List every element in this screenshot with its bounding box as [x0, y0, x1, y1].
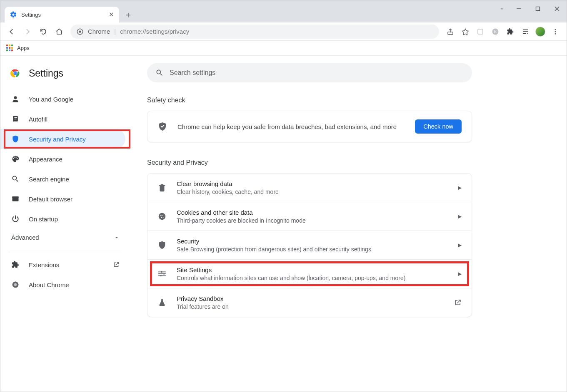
sidebar-item-label: Search engine	[29, 176, 69, 183]
row-site-settings[interactable]: Site Settings Controls what information …	[147, 259, 472, 288]
security-privacy-heading: Security and Privacy	[147, 159, 472, 166]
sidebar-item-on-startup[interactable]: On startup	[0, 209, 125, 229]
sidebar-item-label: Autofill	[29, 116, 47, 123]
profile-avatar[interactable]	[533, 25, 547, 39]
svg-rect-8	[478, 29, 483, 34]
svg-point-34	[161, 271, 162, 273]
sliders-icon	[157, 269, 167, 278]
row-title: Security	[177, 238, 448, 245]
sidebar-link-extensions[interactable]: Extensions	[0, 255, 130, 275]
sidebar-advanced-toggle[interactable]: Advanced	[0, 229, 130, 246]
browser-tab-strip: Settings ✕ ＋	[0, 0, 567, 22]
sidebar-item-search-engine[interactable]: Search engine	[0, 169, 125, 189]
search-icon	[155, 69, 164, 77]
reading-list-icon[interactable]	[518, 25, 532, 39]
sidebar-item-label: You and Google	[29, 96, 73, 103]
search-settings-input[interactable]: Search settings	[147, 63, 472, 82]
row-subtitle: Trial features are on	[177, 303, 444, 310]
home-button[interactable]	[52, 25, 66, 39]
sidebar-item-appearance[interactable]: Appearance	[0, 149, 125, 169]
sidebar-advanced-label: Advanced	[11, 234, 39, 241]
row-clear-browsing-data[interactable]: Clear browsing data Clear history, cooki…	[147, 174, 472, 202]
svg-point-30	[160, 215, 162, 216]
bookmark-apps[interactable]: Apps	[17, 45, 30, 51]
chrome-logo-icon	[10, 67, 21, 79]
row-privacy-sandbox[interactable]: Privacy Sandbox Trial features are on	[147, 288, 472, 317]
svg-point-16	[555, 33, 556, 34]
row-subtitle: Controls what information sites can use …	[177, 275, 448, 281]
sidebar-item-label: Security and Privacy	[29, 136, 86, 143]
site-info-icon[interactable]	[76, 28, 84, 35]
trash-icon	[157, 183, 167, 192]
sidebar-link-label: Extensions	[29, 261, 59, 268]
apps-grid-icon[interactable]	[6, 45, 14, 52]
share-icon[interactable]	[443, 25, 457, 39]
sidebar-link-label: About Chrome	[29, 281, 69, 288]
forward-button[interactable]	[20, 25, 35, 39]
row-title: Clear browsing data	[177, 180, 448, 187]
reload-button[interactable]	[36, 25, 50, 39]
svg-point-28	[14, 283, 17, 286]
svg-point-29	[159, 213, 166, 220]
row-subtitle: Clear history, cookies, cache, and more	[177, 189, 448, 195]
back-button[interactable]	[5, 25, 19, 39]
svg-point-35	[163, 273, 165, 275]
row-title: Cookies and other site data	[177, 209, 448, 216]
address-bar[interactable]: Chrome | chrome://settings/privacy	[70, 25, 439, 39]
minimize-button[interactable]	[509, 2, 528, 15]
extension-icon-2[interactable]: K	[488, 25, 502, 39]
sidebar-item-label: On startup	[29, 216, 58, 223]
tab-search-button[interactable]	[495, 2, 509, 15]
svg-point-32	[161, 217, 162, 218]
sidebar-item-autofill[interactable]: Autofill	[0, 109, 125, 129]
svg-point-31	[162, 215, 163, 216]
extension-icon-1[interactable]	[473, 25, 487, 39]
tab-title: Settings	[21, 12, 109, 18]
svg-marker-25	[115, 237, 118, 238]
settings-main: Search settings Safety check Chrome can …	[130, 56, 497, 392]
svg-point-15	[555, 31, 556, 32]
kebab-menu-icon[interactable]	[548, 25, 562, 39]
extensions-puzzle-icon[interactable]	[503, 25, 517, 39]
close-window-button[interactable]	[547, 2, 567, 15]
svg-point-14	[555, 29, 556, 30]
security-privacy-card: Clear browsing data Clear history, cooki…	[147, 173, 472, 317]
browser-tab[interactable]: Settings ✕	[5, 7, 119, 22]
svg-text:K: K	[494, 30, 497, 34]
sidebar-item-security-privacy[interactable]: Security and Privacy	[0, 129, 125, 149]
sidebar-item-default-browser[interactable]: Default browser	[0, 189, 125, 209]
url-path: chrome://settings/privacy	[120, 28, 189, 35]
row-security[interactable]: Security Safe Browsing (protection from …	[147, 231, 472, 259]
row-subtitle: Safe Browsing (protection from dangerous…	[177, 246, 448, 253]
row-cookies[interactable]: Cookies and other site data Third-party …	[147, 202, 472, 231]
settings-sidebar: Settings You and Google Autofill Securit…	[0, 56, 130, 392]
sidebar-item-you-and-google[interactable]: You and Google	[0, 89, 125, 109]
sidebar-link-about-chrome[interactable]: About Chrome	[0, 275, 130, 295]
settings-header: Settings	[0, 63, 130, 89]
sidebar-item-label: Default browser	[29, 196, 72, 203]
settings-page: Settings You and Google Autofill Securit…	[0, 56, 567, 392]
svg-point-20	[14, 72, 17, 74]
flask-icon	[157, 298, 167, 307]
new-tab-button[interactable]: ＋	[122, 8, 135, 21]
open-in-new-icon	[113, 261, 120, 268]
safety-check-card: Chrome can help keep you safe from data …	[147, 111, 472, 142]
check-now-button[interactable]: Check now	[415, 119, 462, 134]
chevron-right-icon: ▶	[458, 242, 462, 248]
svg-marker-7	[462, 29, 469, 35]
chevron-right-icon: ▶	[458, 271, 462, 277]
shield-icon	[157, 241, 167, 250]
gear-icon	[10, 11, 17, 18]
svg-point-33	[163, 217, 164, 218]
cookie-icon	[157, 212, 167, 221]
close-tab-icon[interactable]: ✕	[109, 11, 114, 18]
page-title: Settings	[29, 68, 63, 79]
svg-point-21	[14, 96, 17, 99]
chevron-right-icon: ▶	[458, 185, 462, 191]
maximize-button[interactable]	[528, 2, 547, 15]
chevron-right-icon: ▶	[458, 213, 462, 219]
bookmark-star-icon[interactable]	[458, 25, 472, 39]
window-controls	[495, 0, 567, 17]
search-placeholder: Search settings	[170, 69, 215, 77]
row-title: Site Settings	[177, 266, 448, 273]
